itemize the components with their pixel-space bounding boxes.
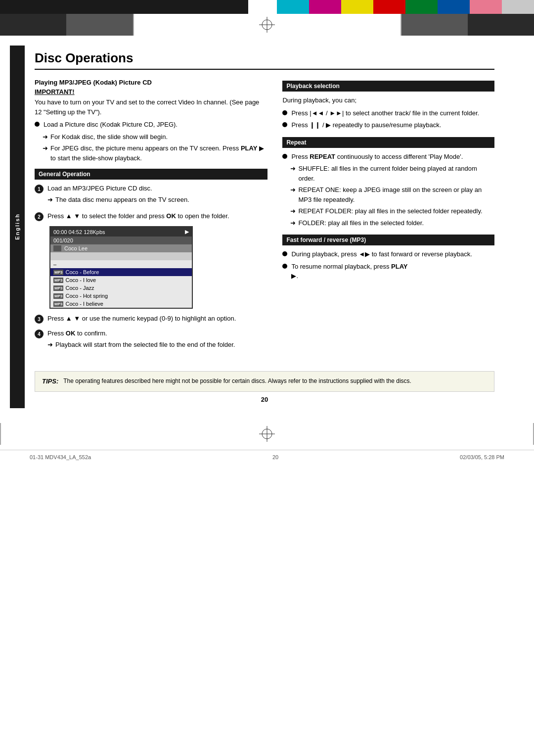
mp3-dash: – [53, 261, 56, 267]
mp3-tag-3: MP3 [53, 285, 63, 291]
bar-black-4 [186, 0, 249, 14]
arrow-sym-r1: ➜ [290, 164, 296, 174]
step-2-text: Press ▲ ▼ to select the folder and press… [47, 212, 229, 220]
mp3-subheader: 001/020 [50, 236, 192, 244]
left-column: Playing MP3/JPEG (Kodak) Picture CD IMPO… [35, 79, 267, 356]
repeat-arrow-4-text: FOLDER: play all files in the selected f… [298, 218, 424, 228]
bullet-load-disc: Load a Picture disc (Kodak Picture CD, J… [35, 120, 267, 130]
arrow-sym-2: ➜ [43, 143, 48, 153]
mp3-folder-name: Coco Lee [64, 245, 88, 251]
bar-red [373, 0, 405, 14]
step-3: 3 Press ▲ ▼ or use the numeric keypad (0… [35, 314, 267, 324]
tips-box: TIPS: The operating features described h… [35, 371, 494, 392]
tips-text: The operating features described here mi… [63, 377, 411, 385]
playing-heading-text: Playing MP3/JPEG (Kodak) Picture CD [35, 79, 152, 86]
repeat-arrow-2: ➜ REPEAT ONE: keep a JPEG image still on… [290, 185, 494, 204]
mp3-row-4: MP3 Coco - Hot spring [50, 292, 192, 300]
repeat-heading: Repeat [282, 137, 494, 148]
arrow-kodak-text: For Kodak disc, the slide show will begi… [50, 132, 168, 142]
fast-b1-text: During playback, press ◄▶ to fast forwar… [291, 249, 472, 259]
general-operation-heading: General Operation [35, 169, 267, 180]
tips-label: TIPS: [42, 377, 58, 386]
repeat-arrow-2-text: REPEAT ONE: keep a JPEG image still on t… [298, 185, 494, 204]
bullet-dot-f2 [282, 264, 287, 269]
playback-heading: Playback selection [282, 81, 494, 92]
footer-bar: 01-31 MDV434_LA_552a 20 02/03/05, 5:28 P… [0, 450, 534, 464]
page-wrapper: English Disc Operations Playing MP3/JPEG… [0, 36, 534, 418]
bullet-dot [35, 122, 40, 127]
fast-bullet-1: During playback, press ◄▶ to fast forwar… [282, 249, 494, 259]
bullet-dot-r1 [282, 154, 287, 159]
bar-magenta [309, 0, 341, 14]
important-label: IMPORTANT! [35, 88, 267, 95]
step-2-num: 2 [35, 212, 44, 221]
mp3-row-4-text: Coco - Hot spring [65, 293, 108, 299]
arrow-jpeg: ➜ For JPEG disc, the picture menu appear… [43, 143, 267, 163]
repeat-arrow-4: ➜ FOLDER: play all files in the selected… [290, 218, 494, 228]
sidebar-tab: English [10, 46, 25, 408]
step-3-content: Press ▲ ▼ or use the numeric keypad (0-9… [47, 314, 236, 324]
step-4-content: Press OK to confirm. ➜ Playback will sta… [47, 329, 235, 351]
step-1-text: Load an MP3/JPEG Picture CD disc. [47, 185, 152, 192]
two-column-layout: Playing MP3/JPEG (Kodak) Picture CD IMPO… [35, 79, 494, 356]
repeat-arrow-1: ➜ SHUFFLE: all files in the current fold… [290, 164, 494, 183]
mp3-row-2: MP3 Coco - I love [50, 276, 192, 284]
arrow-sym-1: ➜ [43, 132, 48, 142]
bar-blue [438, 0, 470, 14]
bar-yellow [341, 0, 373, 14]
top-color-bar [0, 0, 534, 14]
bullet-dot-f1 [282, 251, 287, 256]
playback-intro: During playback, you can; [282, 95, 494, 105]
folder-icon [53, 245, 61, 251]
repeat-b1-text: Press REPEAT continuously to access diff… [291, 152, 463, 162]
playback-b1-text: Press |◄◄ / ►►| to select another track/… [291, 108, 479, 118]
step-3-num: 3 [35, 315, 44, 324]
mp3-header-time: 00:00 04:52 128Kpbs [53, 229, 105, 235]
mp3-blank [50, 252, 192, 260]
playback-b2-text: Press ❙❙ / ▶ repeatedly to pause/resume … [291, 120, 441, 130]
mp3-header-icon: ▶ [185, 229, 189, 235]
bar-cyan [277, 0, 309, 14]
step-2-content: Press ▲ ▼ to select the folder and press… [47, 211, 229, 221]
step-4-num: 4 [35, 330, 44, 338]
step-4-text: Press OK to confirm. [47, 330, 107, 337]
arrow-sym-r3: ➜ [290, 206, 296, 216]
playback-bullet-2: Press ❙❙ / ▶ repeatedly to pause/resume … [282, 120, 494, 130]
footer-right: 02/03/05, 5:28 PM [460, 454, 504, 460]
sidebar-label: English [14, 213, 20, 240]
mp3-row-5-text: Coco - I believe [65, 301, 103, 307]
mp3-row-3: MP3 Coco - Jazz [50, 284, 192, 292]
step-4-arrow-text: Playback will start from the selected fi… [55, 340, 235, 350]
fast-heading: Fast forward / reverse (MP3) [282, 235, 494, 245]
repeat-arrow-1-text: SHUFFLE: all files in the current folder… [298, 164, 494, 183]
arrow-sym-r4: ➜ [290, 218, 296, 228]
bar-green [405, 0, 438, 14]
main-content: Disc Operations Playing MP3/JPEG (Kodak)… [30, 46, 504, 408]
mp3-row-5: MP3 Coco - I believe [50, 300, 192, 308]
mp3-tag-4: MP3 [53, 293, 63, 299]
playback-bullet-1: Press |◄◄ / ►►| to select another track/… [282, 108, 494, 118]
repeat-bullet-1: Press REPEAT continuously to access diff… [282, 152, 494, 162]
mp3-screen: 00:00 04:52 128Kpbs ▶ 001/020 Coco Lee –… [49, 226, 193, 309]
page-title: Disc Operations [35, 50, 494, 70]
step-1-num: 1 [35, 185, 44, 193]
mp3-tag-5: MP3 [53, 301, 63, 307]
mp3-row-1-selected: MP3 Coco - Before [50, 268, 192, 276]
step-1-arrow-text: The data disc menu appears on the TV scr… [55, 195, 189, 205]
fast-b2-text: To resume normal playback, press PLAY▶. [291, 262, 407, 281]
crosshair-icon [258, 16, 276, 34]
page-num-text: 20 [261, 396, 268, 403]
step-1-arrow: ➜ The data disc menu appears on the TV s… [47, 195, 189, 205]
bar-pink [470, 0, 502, 14]
playing-heading: Playing MP3/JPEG (Kodak) Picture CD [35, 79, 267, 86]
mp3-header: 00:00 04:52 128Kpbs ▶ [50, 227, 192, 236]
mp3-row-1-text: Coco - Before [65, 269, 99, 275]
step-2: 2 Press ▲ ▼ to select the folder and pre… [35, 211, 267, 221]
footer-left: 01-31 MDV434_LA_552a [30, 454, 91, 460]
arrow-jpeg-text: For JPEG disc, the picture menu appears … [50, 143, 267, 163]
step-1-content: Load an MP3/JPEG Picture CD disc. ➜ The … [47, 184, 189, 206]
bar-black-1 [0, 0, 62, 14]
right-column: Playback selection During playback, you … [282, 79, 494, 356]
footer-center: 20 [272, 454, 278, 460]
bottom-crosshair-icon [258, 425, 276, 443]
